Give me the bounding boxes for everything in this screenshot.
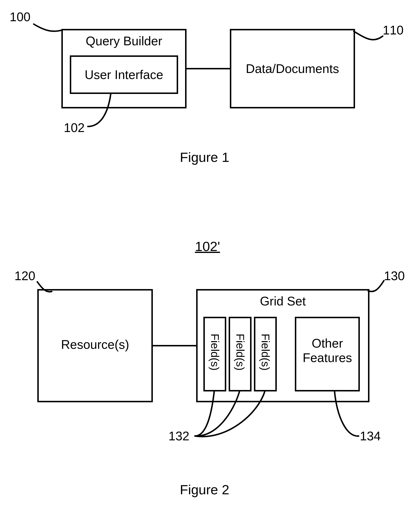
user-interface-label: User Interface <box>83 68 165 82</box>
fig2-connector <box>153 345 196 346</box>
lead-102 <box>79 93 142 136</box>
fig1-caption: Figure 1 <box>173 149 236 165</box>
query-builder-label: Query Builder <box>83 34 165 48</box>
field-label-1: Field(s) <box>209 334 221 370</box>
diagram-page: Query Builder User Interface Data/Docume… <box>0 0 420 522</box>
other-features-label-1: Other <box>295 336 360 351</box>
data-documents-label: Data/Documents <box>246 61 339 76</box>
lead-100 <box>10 10 72 43</box>
ref-132: 132 <box>168 429 189 443</box>
field-label-3: Field(s) <box>259 334 272 370</box>
fig1-connector <box>187 68 230 69</box>
mid-title: 102' <box>195 238 220 254</box>
field-label-2: Field(s) <box>234 334 247 370</box>
other-features-label-2: Features <box>295 351 360 365</box>
lead-134 <box>310 390 388 453</box>
resources-label: Resource(s) <box>57 337 134 352</box>
grid-set-label: Grid Set <box>256 294 309 308</box>
lead-120 <box>15 267 68 301</box>
lead-130 <box>354 267 416 306</box>
fig2-caption: Figure 2 <box>173 482 236 498</box>
lead-132 <box>188 390 289 453</box>
lead-110 <box>344 22 407 55</box>
